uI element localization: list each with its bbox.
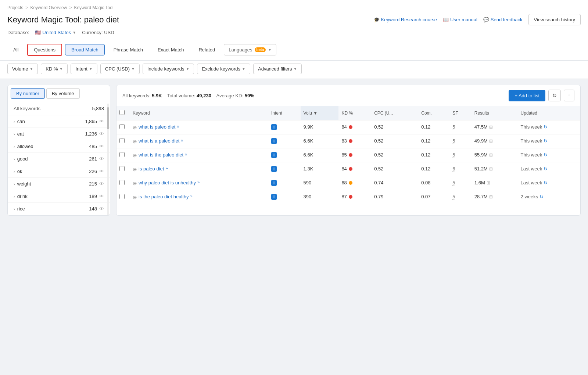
add-circle-icon: ⊕ [133, 138, 137, 144]
results-link-icon[interactable]: ⊞ [489, 166, 493, 172]
results-link-icon[interactable]: ⊞ [489, 194, 493, 199]
advanced-filters-label: Advanced filters [258, 66, 292, 72]
keyword-group-name[interactable]: eat [17, 131, 24, 137]
keyword-group-name[interactable]: drink [17, 194, 28, 199]
results-link-icon[interactable]: ⊞ [489, 152, 493, 158]
expand-arrow-icon[interactable]: › [14, 132, 15, 136]
eye-icon[interactable]: 👁 [99, 144, 104, 149]
keyword-link[interactable]: ⊕ is the paleo diet healthy » [133, 194, 265, 200]
expand-arrow-icon[interactable]: › [14, 144, 15, 149]
kd-filter-label: KD % [46, 66, 58, 72]
keyword-group-name[interactable]: rice [17, 206, 25, 212]
cpc-filter-button[interactable]: CPC (USD) ▼ [100, 64, 140, 74]
kd-dot-red [349, 195, 352, 199]
tab-questions[interactable]: Questions [27, 44, 62, 56]
col-updated: Updated [518, 106, 580, 120]
advanced-filters-button[interactable]: Advanced filters ▼ [253, 64, 302, 74]
intent-badge: I [271, 138, 277, 144]
eye-icon[interactable]: 👁 [99, 119, 104, 124]
include-keywords-filter-button[interactable]: Include keywords ▼ [143, 64, 194, 74]
keyword-group-name[interactable]: can [17, 119, 25, 124]
keyword-link[interactable]: ⊕ what is paleo diet » [133, 124, 265, 130]
eye-icon[interactable]: 👁 [99, 169, 104, 174]
breadcrumb-current: Keyword Magic Tool [74, 5, 113, 10]
volume-filter-button[interactable]: Volume ▼ [7, 64, 38, 74]
results-link-icon[interactable]: ⊞ [489, 125, 493, 130]
com-cell: 0.12 [418, 120, 449, 134]
row-checkbox[interactable] [119, 166, 125, 171]
by-volume-toggle[interactable]: By volume [46, 88, 80, 99]
updated-cell: 2 weeks ↻ [521, 194, 577, 199]
database-label: Database: [7, 30, 29, 35]
row-checkbox[interactable] [119, 124, 125, 129]
user-manual-link[interactable]: 📖 User manual [443, 17, 477, 22]
eye-icon[interactable]: 👁 [99, 131, 104, 137]
expand-arrow-icon[interactable]: › [14, 182, 15, 186]
by-number-toggle[interactable]: By number [11, 88, 45, 99]
exclude-keywords-filter-button[interactable]: Exclude keywords ▼ [197, 64, 250, 74]
eye-icon[interactable]: 👁 [99, 181, 104, 187]
languages-dropdown-button[interactable]: Languages beta ▼ [224, 44, 276, 55]
refresh-row-icon[interactable]: ↻ [544, 166, 548, 172]
view-search-history-button[interactable]: View search history [528, 14, 581, 25]
refresh-row-icon[interactable]: ↻ [544, 152, 548, 158]
col-volume[interactable]: Volu ▼ [301, 106, 339, 120]
expand-arrow-icon[interactable]: › [14, 207, 15, 211]
scrollbar-thumb[interactable] [107, 107, 109, 129]
refresh-row-icon[interactable]: ↻ [544, 124, 548, 130]
expand-arrow-icon[interactable]: › [14, 119, 15, 124]
row-checkbox[interactable] [119, 194, 125, 199]
breadcrumb-keyword-overview[interactable]: Keyword Overview [30, 5, 67, 10]
left-panel: By number By volume All keywords 5,898 ›… [7, 85, 110, 216]
refresh-row-icon[interactable]: ↻ [544, 138, 548, 144]
table-row: ⊕ what is paleo diet » I 9.9K 84 [116, 120, 580, 134]
breadcrumb-projects[interactable]: Projects [7, 5, 23, 10]
kd-filter-button[interactable]: KD % ▼ [41, 64, 68, 74]
keyword-group-name[interactable]: good [17, 156, 28, 162]
expand-arrow-icon[interactable]: › [14, 169, 15, 174]
eye-icon[interactable]: 👁 [99, 156, 104, 162]
results-link-icon[interactable]: ⊞ [489, 138, 493, 144]
tab-exact-match[interactable]: Exact Match [152, 44, 190, 55]
kd-cell: 84 [341, 124, 368, 130]
keyword-link[interactable]: ⊕ is paleo diet » [133, 166, 265, 172]
sf-cell[interactable]: 5 [452, 124, 455, 130]
keyword-link[interactable]: ⊕ why paleo diet is unhealthy » [133, 180, 265, 186]
row-checkbox[interactable] [119, 180, 125, 185]
sf-cell[interactable]: 6 [452, 166, 455, 172]
refresh-button[interactable]: ↻ [548, 90, 561, 101]
sf-cell[interactable]: 5 [452, 138, 455, 144]
send-feedback-link[interactable]: 💬 Send feedback [483, 17, 523, 22]
export-button[interactable]: ↑ [564, 90, 574, 101]
tab-broad-match[interactable]: Broad Match [65, 44, 105, 55]
keyword-link[interactable]: ⊕ what is the paleo diet » [133, 152, 265, 158]
results-link-icon[interactable]: ⊞ [487, 180, 490, 185]
sf-cell[interactable]: 5 [452, 152, 455, 158]
database-dropdown[interactable]: 🇺🇸 United States ▼ [35, 30, 76, 35]
com-cell: 0.08 [418, 176, 449, 190]
add-to-list-button[interactable]: + Add to list [509, 90, 545, 101]
row-checkbox[interactable] [119, 138, 125, 143]
refresh-row-icon[interactable]: ↻ [544, 180, 548, 185]
expand-arrow-icon[interactable]: › [14, 157, 15, 161]
tab-all[interactable]: All [7, 44, 24, 55]
tab-related[interactable]: Related [193, 44, 221, 55]
intent-filter-button[interactable]: Intent ▼ [71, 64, 97, 74]
row-checkbox[interactable] [119, 152, 125, 157]
eye-icon[interactable]: 👁 [99, 194, 104, 199]
keyword-research-course-link[interactable]: 🎓 Keyword Research course [374, 17, 437, 22]
sf-cell[interactable]: 5 [452, 180, 455, 186]
tab-phrase-match[interactable]: Phrase Match [108, 44, 149, 55]
keyword-group-name[interactable]: ok [17, 169, 22, 174]
keyword-link[interactable]: ⊕ what is a paleo diet » [133, 138, 265, 144]
refresh-row-icon[interactable]: ↻ [539, 194, 544, 199]
eye-icon[interactable]: 👁 [99, 206, 104, 212]
select-all-checkbox[interactable] [119, 110, 125, 115]
col-cpc: CPC (U... [371, 106, 418, 120]
keyword-group-name[interactable]: weight [17, 181, 31, 187]
all-keywords-group-count: 5,898 [92, 106, 104, 111]
updated-text: 2 weeks [521, 194, 538, 199]
expand-arrow-icon[interactable]: › [14, 194, 15, 199]
keyword-group-name[interactable]: allowed [17, 144, 33, 149]
sf-cell[interactable]: 5 [452, 194, 455, 200]
